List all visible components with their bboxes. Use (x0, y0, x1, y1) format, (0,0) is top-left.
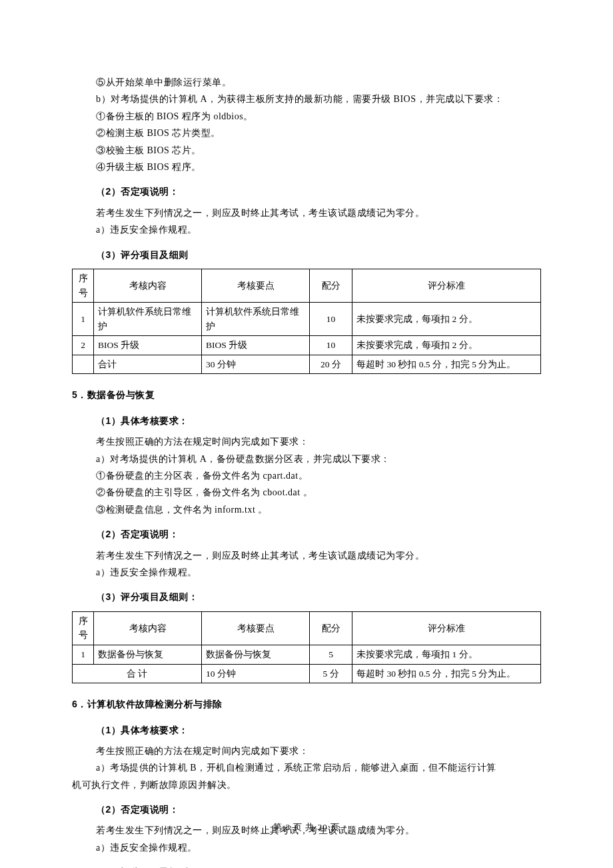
section-6: 6．计算机软件故障检测分析与排除 （1）具体考核要求： 考生按照正确的方法在规定… (72, 697, 541, 868)
line: a）违反安全操作规程。 (96, 841, 541, 855)
cell: 1 (73, 645, 94, 664)
th-name: 考核内容 (94, 611, 202, 645)
table-row: 2 BIOS 升级 BIOS 升级 10 未按要求完成，每项扣 2 分。 (73, 336, 541, 355)
cell: BIOS 升级 (202, 336, 310, 355)
th-point: 考核要点 (202, 269, 310, 302)
cell: 5 分 (310, 664, 352, 683)
cell: 20 分 (310, 355, 352, 374)
subhead-negative: （2）否定项说明： (96, 802, 541, 817)
section-title: 6．计算机软件故障检测分析与排除 (72, 697, 541, 711)
line: b）对考场提供的计算机 A，为获得主板所支持的最新功能，需要升级 BIOS，并完… (96, 92, 541, 107)
cell: 每超时 30 秒扣 0.5 分，扣完 5 分为止。 (352, 355, 541, 374)
subhead-scoring: （3）评分项目及细则 (96, 247, 541, 262)
cell: 未按要求完成，每项扣 2 分。 (352, 303, 541, 336)
cell: 未按要求完成，每项扣 1 分。 (352, 645, 541, 664)
cell: 计算机软件系统日常维护 (202, 303, 310, 336)
table-header: 序号 考核内容 考核要点 配分 评分标准 (73, 269, 541, 302)
scoring-table-5: 序号 考核内容 考核要点 配分 评分标准 1 数据备份与恢复 数据备份与恢复 5… (72, 611, 541, 683)
th-seq: 序号 (73, 611, 94, 645)
cell: 未按要求完成，每项扣 2 分。 (352, 336, 541, 355)
table-total-row: 合计 30 分钟 20 分 每超时 30 秒扣 0.5 分，扣完 5 分为止。 (73, 355, 541, 374)
cell: 数据备份与恢复 (202, 645, 310, 664)
section-4-continued: ⑤从开始菜单中删除运行菜单。 b）对考场提供的计算机 A，为获得主板所支持的最新… (72, 75, 541, 262)
subhead-requirements: （1）具体考核要求： (96, 723, 541, 737)
cell: 每超时 30 秒扣 0.5 分，扣完 5 分为止。 (352, 664, 541, 683)
table-row: 1 数据备份与恢复 数据备份与恢复 5 未按要求完成，每项扣 1 分。 (73, 645, 541, 664)
line: ①备份主板的 BIOS 程序为 oldbios。 (96, 109, 541, 124)
line: ⑤从开始菜单中删除运行菜单。 (96, 75, 541, 90)
line: 机可执行文件，判断故障原因并解决。 (72, 778, 541, 793)
line: ②备份硬盘的主引导区，备份文件名为 cboot.dat 。 (96, 485, 541, 500)
cell: 1 (73, 303, 94, 336)
cell: 2 (73, 336, 94, 355)
line: 若考生发生下列情况之一，则应及时终止其考试，考生该试题成绩记为零分。 (96, 549, 541, 563)
line: 考生按照正确的方法在规定时间内完成如下要求： (96, 744, 541, 759)
th-std: 评分标准 (352, 269, 541, 302)
line: 考生按照正确的方法在规定时间内完成如下要求： (96, 435, 541, 449)
section-title: 5．数据备份与恢复 (72, 387, 541, 402)
line: ③校验主板 BIOS 芯片。 (96, 143, 541, 158)
cell: 计算机软件系统日常维护 (94, 303, 202, 336)
cell: 10 (310, 303, 352, 336)
cell: 30 分钟 (202, 355, 310, 374)
cell: 5 (310, 645, 352, 664)
line: a）违反安全操作规程。 (96, 565, 541, 580)
th-seq: 序号 (73, 269, 94, 302)
section-5: 5．数据备份与恢复 （1）具体考核要求： 考生按照正确的方法在规定时间内完成如下… (72, 387, 541, 604)
line: a）违反安全操作规程。 (96, 223, 541, 237)
cell: 10 (310, 336, 352, 355)
th-score: 配分 (310, 611, 352, 645)
th-name: 考核内容 (94, 269, 202, 302)
cell: 合计 (94, 355, 202, 374)
line: a）考场提供的计算机 B，开机自检测通过，系统正常启动后，能够进入桌面，但不能运… (96, 761, 541, 775)
cell: BIOS 升级 (94, 336, 202, 355)
subhead-scoring: （3）评分项目及细则： (96, 865, 541, 868)
subhead-requirements: （1）具体考核要求： (96, 413, 541, 428)
line: ③检测硬盘信息，文件名为 inform.txt 。 (96, 503, 541, 517)
line: 若考生发生下列情况之一，则应及时终止其考试，考生该试题成绩记为零分。 (96, 206, 541, 221)
cell: 数据备份与恢复 (94, 645, 202, 664)
table-row: 1 计算机软件系统日常维护 计算机软件系统日常维护 10 未按要求完成，每项扣 … (73, 303, 541, 336)
subhead-negative: （2）否定项说明： (96, 184, 541, 199)
subhead-negative: （2）否定项说明： (96, 527, 541, 541)
line: a）对考场提供的计算机 A，备份硬盘数据分区表，并完成以下要求： (96, 452, 541, 467)
page-footer: 第 3 页 共 20 页 (0, 821, 613, 835)
line: ④升级主板 BIOS 程序。 (96, 160, 541, 175)
table-header: 序号 考核内容 考核要点 配分 评分标准 (73, 611, 541, 645)
subhead-scoring: （3）评分项目及细则： (96, 589, 541, 604)
th-point: 考核要点 (202, 611, 310, 645)
scoring-table-4: 序号 考核内容 考核要点 配分 评分标准 1 计算机软件系统日常维护 计算机软件… (72, 269, 541, 375)
line: ①备份硬盘的主分区表，备份文件名为 cpart.dat。 (96, 469, 541, 483)
cell: 10 分钟 (202, 664, 310, 683)
cell: 合 计 (73, 664, 202, 683)
th-score: 配分 (310, 269, 352, 302)
table-total-row: 合 计 10 分钟 5 分 每超时 30 秒扣 0.5 分，扣完 5 分为止。 (73, 664, 541, 683)
cell (73, 355, 94, 374)
line: ②检测主板 BIOS 芯片类型。 (96, 126, 541, 141)
th-std: 评分标准 (352, 611, 541, 645)
